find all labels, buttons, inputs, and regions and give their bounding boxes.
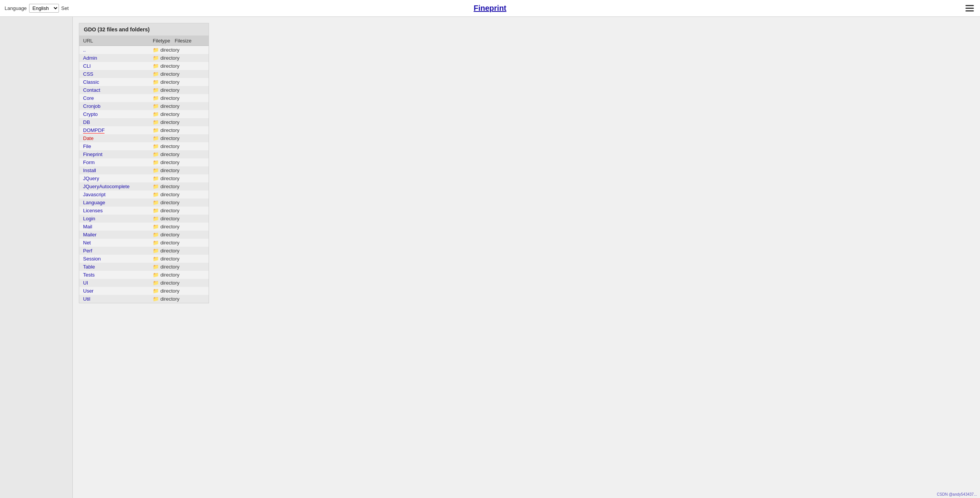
folder-icon: 📁 <box>153 63 159 69</box>
file-url-cell: Javascript <box>79 190 149 199</box>
file-link[interactable]: Session <box>83 256 101 262</box>
file-link[interactable]: Date <box>83 135 93 141</box>
table-row: Install📁directory <box>79 166 209 174</box>
file-type-cell: 📁directory <box>149 239 209 247</box>
table-row: Classic📁directory <box>79 78 209 86</box>
file-link[interactable]: File <box>83 143 91 149</box>
file-type-cell: 📁directory <box>149 263 209 271</box>
table-row: Mailer📁directory <box>79 231 209 239</box>
file-table: URL Filetype Filesize ..📁directoryAdmin📁… <box>79 36 209 303</box>
folder-icon: 📁 <box>153 47 159 53</box>
file-url-cell: CLI <box>79 62 149 70</box>
language-select[interactable]: EnglishFrenchGermanSpanishChinese <box>29 4 59 13</box>
table-row: Language📁directory <box>79 199 209 207</box>
file-link[interactable]: User <box>83 288 93 294</box>
file-link[interactable]: .. <box>83 47 86 53</box>
file-link[interactable]: Cronjob <box>83 103 101 109</box>
folder-icon: 📁 <box>153 232 159 238</box>
table-row: Date📁directory <box>79 134 209 142</box>
file-link[interactable]: UI <box>83 280 88 286</box>
folder-icon: 📁 <box>153 216 159 221</box>
file-url-cell: CSS <box>79 70 149 78</box>
file-url-cell: Cronjob <box>79 102 149 110</box>
file-type-cell: 📁directory <box>149 174 209 182</box>
file-type-cell: 📁directory <box>149 54 209 62</box>
file-link[interactable]: Fineprint <box>83 151 103 157</box>
file-type-cell: 📁directory <box>149 70 209 78</box>
site-title[interactable]: Fineprint <box>474 4 506 13</box>
table-row: CLI📁directory <box>79 62 209 70</box>
folder-icon: 📁 <box>153 176 159 181</box>
file-type-cell: 📁directory <box>149 158 209 166</box>
file-url-cell: Date <box>79 134 149 142</box>
file-type-cell: 📁directory <box>149 118 209 126</box>
folder-icon: 📁 <box>153 111 159 117</box>
file-url-cell: Language <box>79 199 149 207</box>
file-link[interactable]: Tests <box>83 272 95 278</box>
folder-icon: 📁 <box>153 168 159 173</box>
file-url-cell: Crypto <box>79 110 149 118</box>
file-url-cell: Mail <box>79 223 149 231</box>
file-url-cell: JQueryAutocomplete <box>79 182 149 190</box>
file-link[interactable]: Crypto <box>83 111 98 117</box>
file-link[interactable]: CSS <box>83 71 93 77</box>
folder-icon: 📁 <box>153 55 159 61</box>
folder-icon: 📁 <box>153 240 159 246</box>
file-link[interactable]: Form <box>83 159 95 165</box>
file-link[interactable]: DB <box>83 119 90 125</box>
file-type-cell: 📁directory <box>149 231 209 239</box>
file-type-cell: 📁directory <box>149 142 209 150</box>
folder-icon: 📁 <box>153 272 159 278</box>
file-type-cell: 📁directory <box>149 102 209 110</box>
folder-icon: 📁 <box>153 151 159 157</box>
table-row: JQuery📁directory <box>79 174 209 182</box>
file-url-cell: Mailer <box>79 231 149 239</box>
file-type-cell: 📁directory <box>149 78 209 86</box>
file-link[interactable]: Table <box>83 264 95 270</box>
table-row: Session📁directory <box>79 255 209 263</box>
folder-icon: 📁 <box>153 280 159 286</box>
file-url-cell: Install <box>79 166 149 174</box>
table-row: Form📁directory <box>79 158 209 166</box>
folder-icon: 📁 <box>153 159 159 165</box>
file-link[interactable]: JQuery <box>83 176 99 181</box>
filetype-column-header: Filetype Filesize <box>149 36 209 46</box>
file-link[interactable]: Classic <box>83 79 99 85</box>
file-url-cell: Fineprint <box>79 150 149 158</box>
file-url-cell: Session <box>79 255 149 263</box>
file-link[interactable]: Core <box>83 95 94 101</box>
file-link[interactable]: DOMPDF <box>83 127 105 133</box>
table-row: ..📁directory <box>79 46 209 54</box>
file-link[interactable]: Perf <box>83 248 92 254</box>
file-link[interactable]: Install <box>83 168 96 173</box>
table-row: Core📁directory <box>79 94 209 102</box>
hamburger-menu-button[interactable] <box>964 3 975 13</box>
table-row: Login📁directory <box>79 215 209 223</box>
file-link[interactable]: Mail <box>83 224 92 229</box>
file-link[interactable]: Util <box>83 296 90 302</box>
set-button[interactable]: Set <box>61 5 69 11</box>
file-link[interactable]: Licenses <box>83 208 103 213</box>
table-row: DOMPDF📁directory <box>79 126 209 134</box>
file-link[interactable]: Mailer <box>83 232 96 238</box>
language-label: Language <box>5 5 27 11</box>
file-link[interactable]: Admin <box>83 55 97 61</box>
file-type-cell: 📁directory <box>149 150 209 158</box>
file-link[interactable]: CLI <box>83 63 91 69</box>
file-link[interactable]: Login <box>83 216 95 221</box>
file-url-cell: Table <box>79 263 149 271</box>
file-link[interactable]: Language <box>83 200 105 205</box>
file-type-cell: 📁directory <box>149 94 209 102</box>
file-link[interactable]: JQueryAutocomplete <box>83 184 129 189</box>
file-url-cell: Form <box>79 158 149 166</box>
file-url-cell: Classic <box>79 78 149 86</box>
table-row: Util📁directory <box>79 295 209 303</box>
file-url-cell: JQuery <box>79 174 149 182</box>
file-url-cell: Admin <box>79 54 149 62</box>
table-row: CSS📁directory <box>79 70 209 78</box>
file-link[interactable]: Contact <box>83 87 100 93</box>
header: Language EnglishFrenchGermanSpanishChine… <box>0 0 980 17</box>
file-link[interactable]: Net <box>83 240 91 246</box>
table-row: Licenses📁directory <box>79 207 209 215</box>
file-link[interactable]: Javascript <box>83 192 106 197</box>
